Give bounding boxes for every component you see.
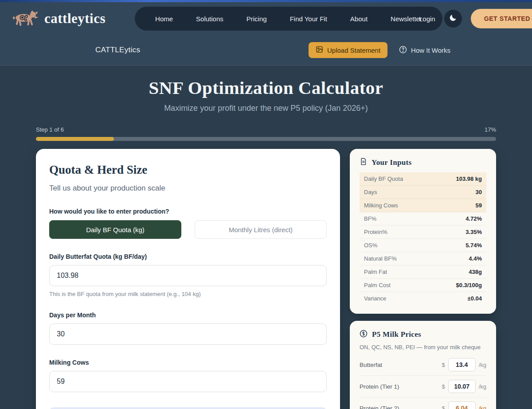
days-per-month-input[interactable] [49,323,327,345]
moon-icon [449,13,458,24]
your-inputs-title: Your Inputs [372,158,411,167]
progress-bar-track [36,137,496,141]
document-icon [360,158,367,167]
inputs-row-protein-pct: Protein% 3.35% [360,226,486,239]
how-it-works-link[interactable]: How It Works [399,46,450,55]
days-per-month-field-group: Days per Month [49,312,327,345]
nav-link-find-your-fit[interactable]: Find Your Fit [290,15,327,23]
progress-percent: 17% [485,126,496,133]
tool-subheader: CATTLEytics Upload Statement [0,35,532,65]
hero-section: SNF Optimization Calculator Maximize you… [0,66,532,113]
butterfat-price-input[interactable] [448,358,476,371]
content-area: Quota & Herd Size Tell us about your pro… [36,149,496,409]
p5-provinces-note: ON, QC, NS, NB, PEI — from your milk che… [360,344,486,351]
daily-bf-quota-label: Daily Butterfat Quota (kg BF/day) [49,253,327,260]
dark-mode-toggle[interactable] [444,10,462,27]
main-nav: Home Solutions Pricing Find Your Fit Abo… [135,7,442,31]
days-per-month-label: Days per Month [49,312,327,319]
mode-monthly-litres-button[interactable]: Monthly Litres (direct) [195,220,327,239]
cow-logo-icon [12,9,41,28]
brand-name: cattleytics [44,11,106,27]
inputs-row-variance: Variance ±0.04 [360,292,486,305]
nav-link-about[interactable]: About [350,15,368,23]
monthly-production-result: Monthly Production: 66,088.983 litres Ca… [49,407,327,409]
subheader-actions: Upload Statement How It Works [309,42,450,58]
inputs-row-milking-cows: Milking Cows 59 [360,199,486,212]
upload-statement-button[interactable]: Upload Statement [309,42,387,58]
sidebar: Your Inputs Daily BF Quota 103.98 kg Day… [350,149,496,409]
progress-bar-fill [36,137,114,141]
card-subheading: Tell us about your production scale [49,184,327,193]
wizard-progress: Step 1 of 6 17% [36,126,496,141]
question-circle-icon [399,46,407,55]
how-it-works-label: How It Works [411,47,450,54]
price-row-protein-tier2: Protein (Tier 2) $ /kg [360,397,486,409]
inputs-row-os-pct: OS% 5.74% [360,239,486,252]
inputs-row-palm-cost: Palm Cost $0.3/100g [360,279,486,292]
nav-link-solutions[interactable]: Solutions [196,15,223,23]
image-icon [316,46,323,55]
currency-symbol: $ [442,383,445,390]
nav-link-newsletter[interactable]: Newsletter [391,15,422,23]
card-heading: Quota & Herd Size [49,163,327,177]
inputs-row-palm-fat: Palm Fat 438g [360,265,486,279]
your-inputs-card: Your Inputs Daily BF Quota 103.98 kg Day… [350,149,496,314]
nav-link-pricing[interactable]: Pricing [246,15,267,23]
price-row-butterfat: Butterfat $ /kg [360,354,486,376]
get-started-button[interactable]: GET STARTED [471,9,532,28]
inputs-row-natural-bf: Natural BF% 4.4% [360,252,486,265]
production-mode-toggle: Daily BF Quota (kg) Monthly Litres (dire… [49,220,327,239]
page-title: SNF Optimization Calculator [0,77,532,98]
mode-daily-bf-quota-button[interactable]: Daily BF Quota (kg) [49,220,181,239]
nav-right-group: Login GET STARTED [419,9,532,28]
milking-cows-label: Milking Cows [49,359,327,366]
site-header: cattleytics Home Solutions Pricing Find … [0,2,532,66]
inputs-row-days: Days 30 [360,186,486,199]
navbar: cattleytics Home Solutions Pricing Find … [0,2,532,35]
nav-link-home[interactable]: Home [155,15,173,23]
inputs-row-daily-bf-quota: Daily BF Quota 103.98 kg [360,172,486,186]
daily-bf-quota-helper: This is the BF quota from your milk stat… [49,291,327,297]
upload-statement-label: Upload Statement [327,47,380,54]
p5-milk-prices-card: P5 Milk Prices ON, QC, NS, NB, PEI — fro… [350,321,496,409]
p5-milk-prices-title: P5 Milk Prices [372,330,421,339]
price-row-protein-tier1: Protein (Tier 1) $ /kg [360,376,486,397]
step-indicator: Step 1 of 6 [36,126,64,133]
currency-symbol: $ [442,362,445,368]
protein-tier2-price-input[interactable] [448,401,476,409]
dollar-circle-icon [360,330,368,339]
brand-logo[interactable]: cattleytics [12,9,106,28]
daily-bf-quota-input[interactable] [49,265,327,286]
daily-bf-quota-field-group: Daily Butterfat Quota (kg BF/day) This i… [49,253,327,297]
production-mode-label: How would you like to enter production? [49,208,327,215]
page-subtitle: Maximize your profit under the new P5 po… [0,104,532,113]
quota-herd-card: Quota & Herd Size Tell us about your pro… [36,149,340,409]
login-link[interactable]: Login [419,15,435,23]
currency-symbol: $ [442,405,445,409]
app-title: CATTLEytics [95,46,140,55]
inputs-row-bf-pct: BF% 4.72% [360,212,486,226]
milking-cows-input[interactable] [49,371,327,392]
milking-cows-field-group: Milking Cows [49,359,327,392]
protein-tier1-price-input[interactable] [448,380,476,393]
